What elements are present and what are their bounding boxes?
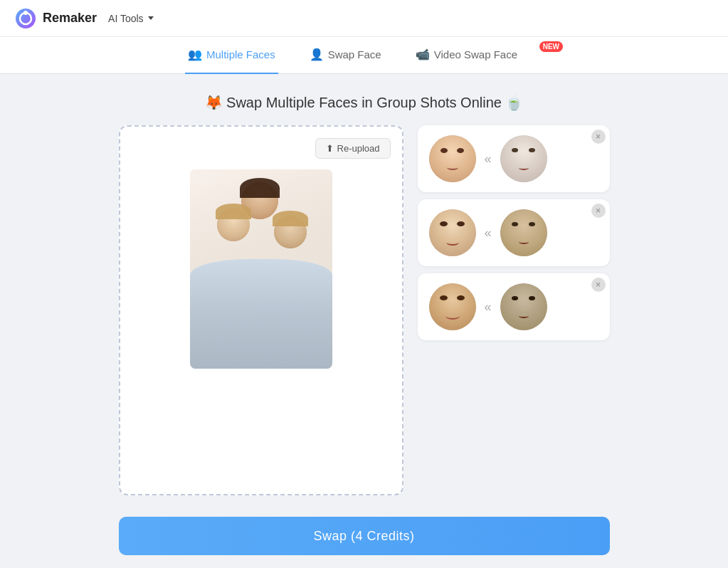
logo-area: Remaker [14,7,97,30]
header: Remaker AI Tools [0,0,728,37]
main-content: ⬆ Re-upload [0,125,728,495]
swap-arrow-3: « [485,300,492,315]
new-badge: NEW [539,41,563,52]
chevron-down-icon [148,16,154,20]
swap-button[interactable]: Swap (4 Credits) [119,517,610,555]
remove-pair-3-button[interactable]: × [591,278,606,292]
uploaded-image [190,169,332,369]
upload-icon: ⬆ [326,143,334,154]
remove-pair-2-button[interactable]: × [591,204,606,218]
face-row-3: « × [418,273,610,340]
upload-area: ⬆ Re-upload [119,125,403,495]
face-row-1: « × [418,125,610,192]
video-swap-icon: 📹 [416,48,430,61]
target-face-3[interactable] [500,283,547,330]
swap-button-container: Swap (4 Credits) [0,495,728,568]
reupload-button[interactable]: ⬆ Re-upload [315,138,391,159]
target-face-2-inner [500,209,547,256]
target-face-1[interactable] [500,135,547,182]
ai-tools-button[interactable]: AI Tools [108,13,154,24]
swap-face-icon: 👤 [310,48,324,61]
target-face-3-inner [500,283,547,330]
target-face-1-inner [500,135,547,182]
face-1-inner [429,135,476,182]
logo-text: Remaker [43,11,97,26]
group-photo [190,169,332,369]
tab-video-swap-face[interactable]: 📹 Video Swap Face NEW [413,37,543,74]
source-face-2[interactable] [429,209,476,256]
source-face-3[interactable] [429,283,476,330]
logo-icon [14,7,37,30]
target-face-2[interactable] [500,209,547,256]
svg-point-2 [23,11,28,15]
ai-tools-label: AI Tools [108,13,144,24]
tab-swap-face[interactable]: 👤 Swap Face [307,37,384,74]
swap-arrow-1: « [485,152,492,167]
tab-video-swap-label: Video Swap Face [434,48,517,61]
page-title: 🦊 Swap Multiple Faces in Group Shots Onl… [0,74,728,125]
multiple-faces-icon: 👥 [188,48,202,61]
swap-arrow-2: « [485,226,492,241]
tab-swap-face-label: Swap Face [328,48,381,61]
remove-pair-1-button[interactable]: × [591,130,606,144]
tab-multiple-faces[interactable]: 👥 Multiple Faces [185,37,278,74]
tab-multiple-faces-label: Multiple Faces [206,48,275,61]
nav-bar: 👥 Multiple Faces 👤 Swap Face 📹 Video Swa… [0,37,728,74]
faces-panel: « × [418,125,610,340]
face-3-inner [429,283,476,330]
face-row-2: « × [418,199,610,266]
face-2-inner [429,209,476,256]
source-face-1[interactable] [429,135,476,182]
reupload-label: Re-upload [337,143,380,154]
